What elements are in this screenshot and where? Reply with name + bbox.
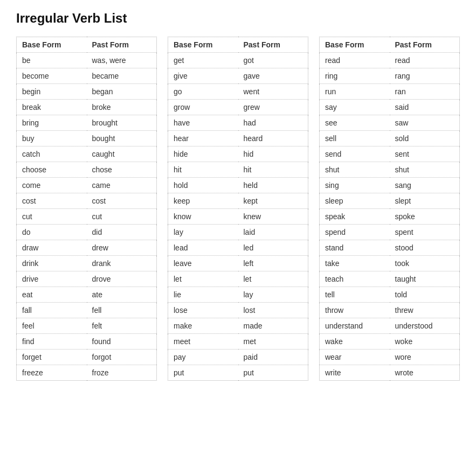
base-form-cell: meet [168,334,238,350]
base-form-cell: pay [168,350,238,365]
base-form-cell: drink [17,256,87,271]
past-form-cell: chose [87,162,157,178]
base-form-cell: make [168,318,238,334]
base-form-cell: lie [168,287,238,303]
base-form-cell: keep [168,193,238,209]
table-row: dodid [17,225,157,240]
table-row: sendsent [320,146,460,162]
table3-past-header: Past Form [390,37,460,53]
past-form-cell: took [390,256,460,271]
table-row: fallfell [17,303,157,318]
base-form-cell: get [168,53,238,68]
base-form-cell: feel [17,318,87,334]
table-row: understandunderstood [320,318,460,334]
past-form-cell: grew [238,100,308,115]
past-form-cell: hid [238,146,308,162]
past-form-cell: sang [390,178,460,193]
table-row: becomebecame [17,68,157,84]
base-form-cell: bring [17,115,87,131]
base-form-cell: teach [320,271,390,287]
base-form-cell: grow [168,100,238,115]
table-row: drawdrew [17,240,157,256]
table2-base-header: Base Form [168,37,238,53]
base-form-cell: draw [17,240,87,256]
past-form-cell: froze [87,365,157,381]
table-row: bewas, were [17,53,157,68]
table-row: growgrew [168,100,308,115]
past-form-cell: caught [87,146,157,162]
base-form-cell: take [320,256,390,271]
table-row: wakewoke [320,334,460,350]
table-row: findfound [17,334,157,350]
past-form-cell: did [87,225,157,240]
past-form-cell: heard [238,131,308,146]
table-row: throwthrew [320,303,460,318]
table-row: singsang [320,178,460,193]
past-form-cell: sent [390,146,460,162]
table-row: eatate [17,287,157,303]
table-row: cutcut [17,209,157,225]
base-form-cell: understand [320,318,390,334]
base-form-cell: put [168,365,238,381]
past-form-cell: spoke [390,209,460,225]
table-row: meetmet [168,334,308,350]
base-form-cell: run [320,84,390,100]
base-form-cell: lose [168,303,238,318]
table-row: comecame [17,178,157,193]
past-form-cell: came [87,178,157,193]
past-form-cell: sold [390,131,460,146]
past-form-cell: woke [390,334,460,350]
base-form-cell: tell [320,287,390,303]
table-row: buybought [17,131,157,146]
past-form-cell: told [390,287,460,303]
past-form-cell: paid [238,350,308,365]
base-form-cell: spend [320,225,390,240]
past-form-cell: was, were [87,53,157,68]
table3-base-header: Base Form [320,37,390,53]
base-form-cell: write [320,365,390,381]
past-form-cell: cut [87,209,157,225]
past-form-cell: became [87,68,157,84]
past-form-cell: laid [238,225,308,240]
past-form-cell: lost [238,303,308,318]
table-row: saysaid [320,100,460,115]
base-form-cell: send [320,146,390,162]
table-row: beginbegan [17,84,157,100]
past-form-cell: gave [238,68,308,84]
base-form-cell: wake [320,334,390,350]
table-row: havehad [168,115,308,131]
past-form-cell: led [238,240,308,256]
verb-table-2: Base Form Past Form getgotgivegavegowent… [168,37,308,381]
base-form-cell: forget [17,350,87,365]
table-row: drivedrove [17,271,157,287]
base-form-cell: leave [168,256,238,271]
base-form-cell: cut [17,209,87,225]
table-row: makemade [168,318,308,334]
base-form-cell: ring [320,68,390,84]
table-row: writewrote [320,365,460,381]
table-row: holdheld [168,178,308,193]
table-row: sellsold [320,131,460,146]
past-form-cell: bought [87,131,157,146]
table-row: gowent [168,84,308,100]
past-form-cell: wore [390,350,460,365]
table-row: costcost [17,193,157,209]
table-row: bringbrought [17,115,157,131]
table-row: knowknew [168,209,308,225]
base-form-cell: fall [17,303,87,318]
base-form-cell: drive [17,271,87,287]
base-form-cell: read [320,53,390,68]
base-form-cell: shut [320,162,390,178]
base-form-cell: know [168,209,238,225]
base-form-cell: sleep [320,193,390,209]
base-form-cell: buy [17,131,87,146]
past-form-cell: said [390,100,460,115]
base-form-cell: let [168,271,238,287]
base-form-cell: do [17,225,87,240]
table-row: ringrang [320,68,460,84]
past-form-cell: taught [390,271,460,287]
past-form-cell: spent [390,225,460,240]
table-row: shutshut [320,162,460,178]
page-title: Irregular Verb List [16,11,460,26]
past-form-cell: wrote [390,365,460,381]
